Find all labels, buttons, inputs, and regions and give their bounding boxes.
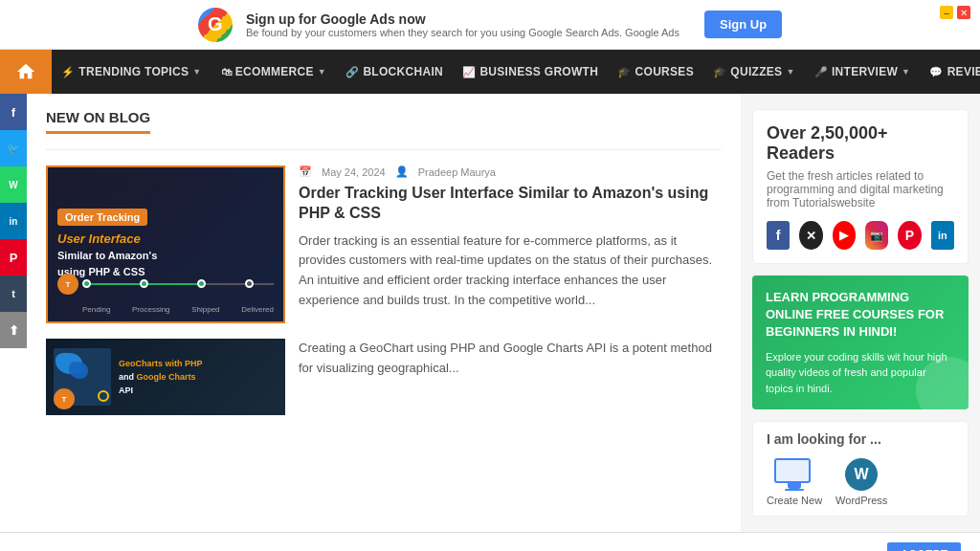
blog-divider xyxy=(46,149,722,150)
thumb-content-1: Order Tracking User Interface Similar to… xyxy=(48,167,283,321)
track-labels: Pending Processing Shipped Delivered xyxy=(82,305,274,314)
social-share-button[interactable]: ⬆ xyxy=(0,312,27,348)
nav-item-trending[interactable]: ⚡ TRENDING TOPICS ▼ xyxy=(52,50,212,94)
main-content: NEW ON BLOG Order Tracking User Interfac… xyxy=(27,94,741,532)
article-excerpt-2: Creating a GeoChart using PHP and Google… xyxy=(299,339,722,415)
nav-label-ecommerce: ECOMMERCE xyxy=(235,65,314,78)
thumb-badge: Order Tracking xyxy=(57,209,147,226)
trending-icon: ⚡ xyxy=(61,66,75,78)
wordpress-icon: W xyxy=(845,458,878,491)
article-thumb-1[interactable]: Order Tracking User Interface Similar to… xyxy=(46,165,285,323)
promo-title: LEARN PROGRAMMING ONLINE FREE COURSES FO… xyxy=(766,289,955,342)
social-instagram-icon[interactable]: 📷 xyxy=(865,221,888,250)
nav-item-blockchain[interactable]: 🔗 BLOCKCHAIN xyxy=(336,50,453,94)
order-track: T xyxy=(57,274,274,295)
article-card-1: Order Tracking User Interface Similar to… xyxy=(46,165,722,323)
interview-icon: 🎤 xyxy=(814,66,828,78)
readers-title: Over 2,50,000+ Readers xyxy=(767,123,954,164)
create-new-label: Create New xyxy=(767,495,822,506)
article-author-1: Pradeep Maurya xyxy=(418,166,496,178)
track-bar xyxy=(82,283,274,285)
page-container: f 🐦 W in P t ⬆ NEW ON BLOG Order Trackin… xyxy=(0,94,980,532)
map-marker xyxy=(98,390,109,402)
social-tumblr-button[interactable]: t xyxy=(0,276,27,312)
ecommerce-icon: 🛍 xyxy=(221,66,232,77)
thumb2-label: GeoCharts with PHP and Google Charts API xyxy=(119,357,203,396)
blockchain-icon: 🔗 xyxy=(345,66,359,78)
home-nav-item[interactable] xyxy=(0,50,52,94)
promo-box[interactable]: LEARN PROGRAMMING ONLINE FREE COURSES FO… xyxy=(752,276,969,409)
social-facebook-icon[interactable]: f xyxy=(767,221,790,250)
main-nav: ⚡ TRENDING TOPICS ▼ 🛍 ECOMMERCE ▼ 🔗 BLOC… xyxy=(0,50,980,94)
article-info-1: 📅 May 24, 2024 👤 Pradeep Maurya Order Tr… xyxy=(299,165,722,323)
nav-label-interview: INTERVIEW xyxy=(832,65,898,78)
chevron-down-icon-3: ▼ xyxy=(786,67,794,77)
thumb2-content: GeoCharts with PHP and Google Charts API… xyxy=(46,339,285,415)
social-youtube-icon[interactable]: ▶ xyxy=(833,221,856,250)
cookie-settings-button[interactable]: Cookie settings xyxy=(781,548,874,551)
ad-subtitle: Be found by your customers when they sea… xyxy=(246,27,679,38)
user-icon: 👤 xyxy=(395,165,409,178)
social-icons-row: f ✕ ▶ 📷 P in xyxy=(767,221,954,250)
looking-for-box: I am looking for ... Create New W WordPr… xyxy=(752,421,969,517)
social-linkedin-icon[interactable]: in xyxy=(931,221,954,250)
looking-for-title: I am looking for ... xyxy=(767,431,954,447)
nav-items-list: ⚡ TRENDING TOPICS ▼ 🛍 ECOMMERCE ▼ 🔗 BLOC… xyxy=(52,50,980,94)
nav-item-ecommerce[interactable]: 🛍 ECOMMERCE ▼ xyxy=(212,50,337,94)
nav-label-business: BUSINESS GROWTH xyxy=(479,65,598,78)
calendar-icon: 📅 xyxy=(299,165,312,178)
blog-section-title: NEW ON BLOG xyxy=(46,109,150,134)
right-sidebar: Over 2,50,000+ Readers Get the fresh art… xyxy=(741,94,980,532)
ad-banner: G Sign up for Google Ads now Be found by… xyxy=(0,0,980,50)
quizzes-icon: 🎓 xyxy=(713,66,726,78)
social-facebook-button[interactable]: f xyxy=(0,94,27,130)
business-icon: 📈 xyxy=(462,66,476,78)
social-sidebar: f 🐦 W in P t ⬆ xyxy=(0,94,27,532)
chevron-down-icon: ▼ xyxy=(192,67,201,77)
ad-text-block: Sign up for Google Ads now Be found by y… xyxy=(246,11,679,38)
home-icon xyxy=(15,61,36,82)
article-thumb-2[interactable]: GeoCharts with PHP and Google Charts API… xyxy=(46,339,285,415)
looking-item-create[interactable]: Create New xyxy=(767,458,822,506)
monitor-icon xyxy=(774,458,814,491)
cookie-banner: This website uses cookies to improve you… xyxy=(0,532,980,551)
ad-close-button[interactable]: ✕ xyxy=(957,6,970,19)
nav-label-quizzes: QUIZZES xyxy=(730,65,782,78)
article-card-2: GeoCharts with PHP and Google Charts API… xyxy=(46,339,722,415)
social-linkedin-button[interactable]: in xyxy=(0,203,27,239)
nav-label-blockchain: BLOCKCHAIN xyxy=(363,65,443,78)
readers-desc: Get the fresh articles related to progra… xyxy=(767,169,954,209)
nav-label-courses: COURSES xyxy=(635,65,694,78)
nav-item-business[interactable]: 📈 BUSINESS GROWTH xyxy=(453,50,608,94)
article-meta-1: 📅 May 24, 2024 👤 Pradeep Maurya xyxy=(299,165,722,178)
social-pinterest-button[interactable]: P xyxy=(0,239,27,276)
nav-item-quizzes[interactable]: 🎓 QUIZZES ▼ xyxy=(703,50,805,94)
courses-icon: 🎓 xyxy=(617,66,631,78)
google-logo: G xyxy=(198,8,233,42)
article-title-1[interactable]: Order Tracking User Interface Similar to… xyxy=(299,184,722,224)
ad-minimize-button[interactable]: – xyxy=(940,6,953,19)
looking-item-wordpress[interactable]: W WordPress xyxy=(835,458,887,506)
logo-circle: T xyxy=(57,274,78,295)
nav-label-reviews: REVIEWS xyxy=(947,65,980,78)
social-twitter-button[interactable]: 🐦 xyxy=(0,130,27,166)
nav-item-reviews[interactable]: 💬 REVIEWS ▼ xyxy=(920,50,980,94)
chevron-down-icon-2: ▼ xyxy=(318,67,326,77)
ad-signup-button[interactable]: Sign Up xyxy=(704,11,782,38)
cookie-accept-button[interactable]: ACCEPT xyxy=(887,542,961,551)
reviews-icon: 💬 xyxy=(929,66,943,78)
article-excerpt-1: Order tracking is an essential feature f… xyxy=(299,231,722,311)
ad-close-controls: – ✕ xyxy=(940,6,970,19)
social-pinterest-icon[interactable]: P xyxy=(898,221,921,250)
cookie-text: This website uses cookies to improve you… xyxy=(19,548,768,551)
wordpress-label: WordPress xyxy=(835,495,887,506)
article-date-1: May 24, 2024 xyxy=(322,166,386,178)
nav-item-interview[interactable]: 🎤 INTERVIEW ▼ xyxy=(805,50,921,94)
thumb2-logo: T xyxy=(54,388,75,409)
social-whatsapp-button[interactable]: W xyxy=(0,166,27,203)
nav-label-trending: TRENDING TOPICS xyxy=(78,65,189,78)
readers-box: Over 2,50,000+ Readers Get the fresh art… xyxy=(752,109,969,264)
nav-item-courses[interactable]: 🎓 COURSES xyxy=(608,50,703,94)
social-twitter-x-icon[interactable]: ✕ xyxy=(799,221,822,250)
looking-for-items: Create New W WordPress xyxy=(767,458,954,506)
